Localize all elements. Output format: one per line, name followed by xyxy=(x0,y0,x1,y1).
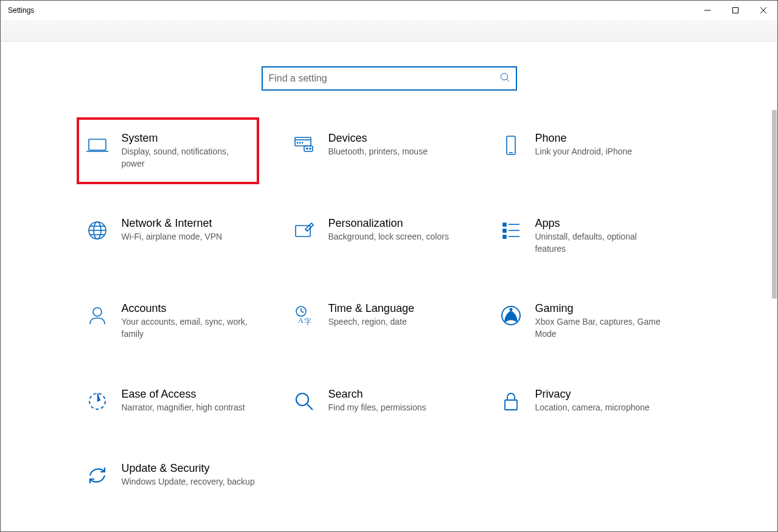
search-box[interactable] xyxy=(262,66,517,91)
svg-point-10 xyxy=(297,142,297,143)
svg-text:A: A xyxy=(298,316,304,325)
category-title: System xyxy=(122,132,254,145)
personalization-icon xyxy=(291,217,318,244)
scrollbar-thumb[interactable] xyxy=(772,110,777,299)
category-system[interactable]: System Display, sound, notifications, po… xyxy=(77,117,259,184)
lock-icon xyxy=(498,388,524,415)
header-gradient xyxy=(1,20,777,42)
svg-rect-8 xyxy=(295,137,311,146)
svg-line-34 xyxy=(301,311,304,313)
time-language-icon: A字 xyxy=(291,302,318,329)
category-desc: Location, camera, microphone xyxy=(535,402,650,414)
svg-point-4 xyxy=(501,74,507,80)
category-desc: Background, lock screen, colors xyxy=(328,231,449,243)
category-phone[interactable]: Phone Link your Android, iPhone xyxy=(493,127,700,174)
titlebar: Settings xyxy=(1,1,777,20)
category-title: Phone xyxy=(535,132,633,145)
maximize-button[interactable] xyxy=(721,1,749,20)
category-title: Update & Security xyxy=(122,462,255,475)
ease-of-access-icon xyxy=(84,388,111,415)
category-title: Time & Language xyxy=(328,302,414,315)
svg-line-5 xyxy=(507,79,509,81)
category-desc: Wi-Fi, airplane mode, VPN xyxy=(122,231,223,243)
category-title: Search xyxy=(328,388,426,401)
svg-rect-25 xyxy=(503,223,506,226)
window-controls xyxy=(693,1,777,20)
svg-point-12 xyxy=(302,142,302,143)
apps-icon xyxy=(498,217,524,244)
search-icon xyxy=(500,72,510,85)
category-title: Personalization xyxy=(328,217,449,230)
category-time[interactable]: A字 Time & Language Speech, region, date xyxy=(286,297,493,345)
category-apps[interactable]: Apps Uninstall, defaults, optional featu… xyxy=(493,212,700,260)
svg-text:字: 字 xyxy=(304,317,311,326)
system-icon xyxy=(84,132,111,159)
svg-point-14 xyxy=(307,148,308,150)
svg-point-38 xyxy=(509,308,512,311)
category-network[interactable]: Network & Internet Wi-Fi, airplane mode,… xyxy=(79,212,286,260)
svg-rect-27 xyxy=(503,235,506,238)
svg-rect-26 xyxy=(503,229,506,232)
category-desc: Uninstall, defaults, optional features xyxy=(535,231,669,255)
search-category-icon xyxy=(291,388,318,415)
gaming-icon xyxy=(498,302,524,329)
svg-point-40 xyxy=(296,393,308,406)
category-desc: Xbox Game Bar, captures, Game Mode xyxy=(535,316,669,340)
category-title: Network & Internet xyxy=(122,217,223,230)
category-ease[interactable]: Ease of Access Narrator, magnifier, high… xyxy=(79,383,286,420)
globe-icon xyxy=(84,217,111,244)
category-title: Ease of Access xyxy=(122,388,245,401)
category-personalization[interactable]: Personalization Background, lock screen,… xyxy=(286,212,493,260)
category-desc: Bluetooth, printers, mouse xyxy=(328,146,428,158)
category-title: Devices xyxy=(328,132,428,145)
category-update[interactable]: Update & Security Windows Update, recove… xyxy=(79,457,286,494)
category-accounts[interactable]: Accounts Your accounts, email, sync, wor… xyxy=(79,297,286,345)
category-desc: Display, sound, notifications, power xyxy=(122,146,254,170)
category-desc: Narrator, magnifier, high contrast xyxy=(122,402,245,414)
svg-point-31 xyxy=(93,308,102,316)
category-desc: Speech, region, date xyxy=(328,316,414,328)
svg-rect-1 xyxy=(733,8,738,13)
svg-point-11 xyxy=(299,142,300,143)
category-privacy[interactable]: Privacy Location, camera, microphone xyxy=(493,383,700,420)
search-input[interactable] xyxy=(269,67,500,89)
svg-point-15 xyxy=(310,148,311,150)
category-desc: Find my files, permissions xyxy=(328,402,426,414)
category-desc: Your accounts, email, sync, work, family xyxy=(122,316,255,340)
svg-line-41 xyxy=(307,404,313,410)
category-desc: Link your Android, iPhone xyxy=(535,146,633,158)
update-icon xyxy=(84,462,111,489)
close-button[interactable] xyxy=(749,1,777,20)
devices-icon xyxy=(291,132,318,159)
accounts-icon xyxy=(84,302,111,329)
phone-icon xyxy=(498,132,524,159)
svg-rect-42 xyxy=(505,400,517,410)
content-area: System Display, sound, notifications, po… xyxy=(1,42,777,494)
svg-rect-6 xyxy=(89,139,106,150)
category-title: Gaming xyxy=(535,302,669,315)
svg-rect-16 xyxy=(507,136,515,154)
category-grid: System Display, sound, notifications, po… xyxy=(79,127,700,494)
svg-rect-13 xyxy=(304,146,313,151)
svg-line-24 xyxy=(305,229,307,231)
window-title: Settings xyxy=(8,6,34,15)
category-search[interactable]: Search Find my files, permissions xyxy=(286,383,493,420)
category-title: Accounts xyxy=(122,302,255,315)
minimize-button[interactable] xyxy=(693,1,721,20)
category-devices[interactable]: Devices Bluetooth, printers, mouse xyxy=(286,127,493,174)
category-desc: Windows Update, recovery, backup xyxy=(122,476,255,488)
category-title: Apps xyxy=(535,217,669,230)
category-title: Privacy xyxy=(535,388,650,401)
category-gaming[interactable]: Gaming Xbox Game Bar, captures, Game Mod… xyxy=(493,297,700,345)
